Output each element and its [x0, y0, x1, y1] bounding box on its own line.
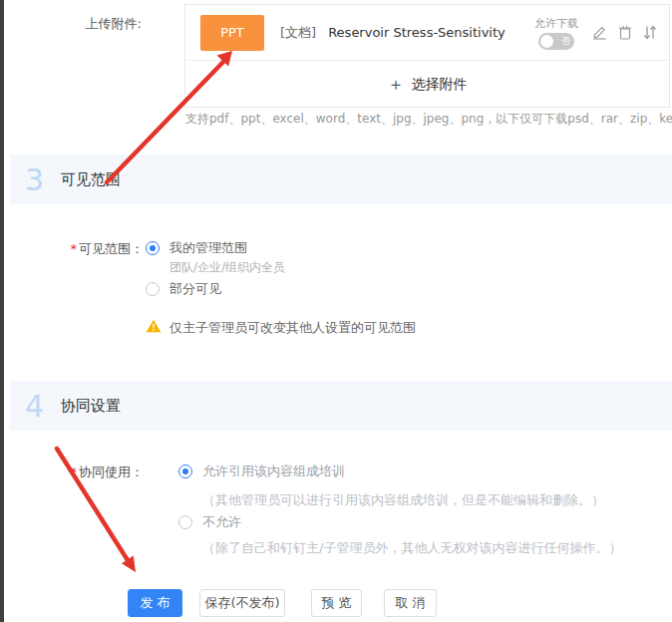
required-asterisk: *: [71, 241, 78, 256]
training-content-form: 上传附件: PPT [文档] Reservoir Stress-Sensitiv…: [0, 0, 672, 622]
toggle-knob: [540, 35, 553, 48]
visibility-field-label: *可见范围：: [40, 240, 144, 258]
allow-download-label: 允许下载: [534, 16, 578, 31]
allow-download-group: 允许下载 否: [534, 16, 578, 50]
visibility-option-sublabel: 团队/企业/组织内全员: [169, 259, 285, 276]
allow-download-toggle[interactable]: 否: [538, 33, 574, 50]
attachment-actions: [592, 25, 657, 40]
doc-type-tag: [文档]: [280, 24, 316, 42]
collaboration-field-label: *协同使用：: [40, 464, 144, 481]
radio-unselected-icon[interactable]: [178, 515, 192, 529]
required-asterisk: *: [71, 465, 78, 479]
file-type-badge: PPT: [200, 15, 264, 51]
cancel-button[interactable]: 取 消: [384, 589, 437, 617]
visibility-warning: 仅主子管理员可改变其他人设置的可见范围: [146, 318, 416, 337]
collab-option-label[interactable]: 不允许: [202, 513, 241, 531]
section-number: 3: [25, 162, 57, 197]
collab-option-deny[interactable]: 不允许: [178, 513, 241, 531]
attachment-card: PPT [文档] Reservoir Stress-Sensitivity 允许…: [184, 4, 670, 108]
collab-option-note: （除了自己和钉钉主/子管理员外，其他人无权对该内容进行任何操作。）: [202, 539, 621, 557]
visibility-option-partial[interactable]: 部分可见: [146, 280, 221, 298]
reorder-icon[interactable]: [643, 25, 657, 40]
select-attachment-label: 选择附件: [412, 76, 468, 94]
section-title: 协同设置: [61, 397, 121, 416]
save-draft-button[interactable]: 保存(不发布): [199, 589, 285, 617]
upload-attachment-label: 上传附件:: [40, 15, 142, 33]
attachment-file-row: PPT [文档] Reservoir Stress-Sensitivity 允许…: [185, 5, 669, 61]
section-title: 可见范围: [61, 170, 121, 189]
edit-icon[interactable]: [592, 25, 607, 40]
publish-button[interactable]: 发 布: [128, 589, 182, 617]
select-attachment-button[interactable]: ＋ 选择附件: [185, 61, 669, 108]
visibility-option-label[interactable]: 部分可见: [169, 280, 221, 298]
delete-icon[interactable]: [618, 25, 632, 40]
visibility-option-label[interactable]: 我的管理范围: [169, 239, 247, 257]
section-number: 4: [25, 389, 57, 424]
preview-button[interactable]: 预 览: [311, 589, 362, 617]
visibility-option-my-scope[interactable]: 我的管理范围: [146, 239, 247, 257]
supported-formats-hint: 支持pdf、ppt、excel、word、text、jpg、jpeg、png，以…: [185, 111, 672, 128]
collab-option-allow[interactable]: 允许引用该内容组成培训: [178, 463, 345, 480]
collab-option-note: （其他管理员可以进行引用该内容组成培训，但是不能编辑和删除。）: [202, 491, 604, 509]
attachment-file-name: Reservoir Stress-Sensitivity: [328, 25, 505, 40]
radio-selected-icon[interactable]: [146, 241, 160, 255]
collab-option-label[interactable]: 允许引用该内容组成培训: [202, 463, 345, 480]
warning-text: 仅主子管理员可改变其他人设置的可见范围: [169, 319, 416, 337]
warning-icon: [146, 318, 162, 337]
radio-selected-icon[interactable]: [178, 465, 192, 478]
window-left-border: [0, 0, 4, 622]
plus-icon: ＋: [388, 73, 405, 96]
section-header-collaboration: 4 协同设置: [10, 381, 672, 431]
section-header-visibility: 3 可见范围: [10, 155, 672, 204]
radio-unselected-icon[interactable]: [146, 282, 160, 296]
toggle-off-text: 否: [561, 35, 570, 48]
